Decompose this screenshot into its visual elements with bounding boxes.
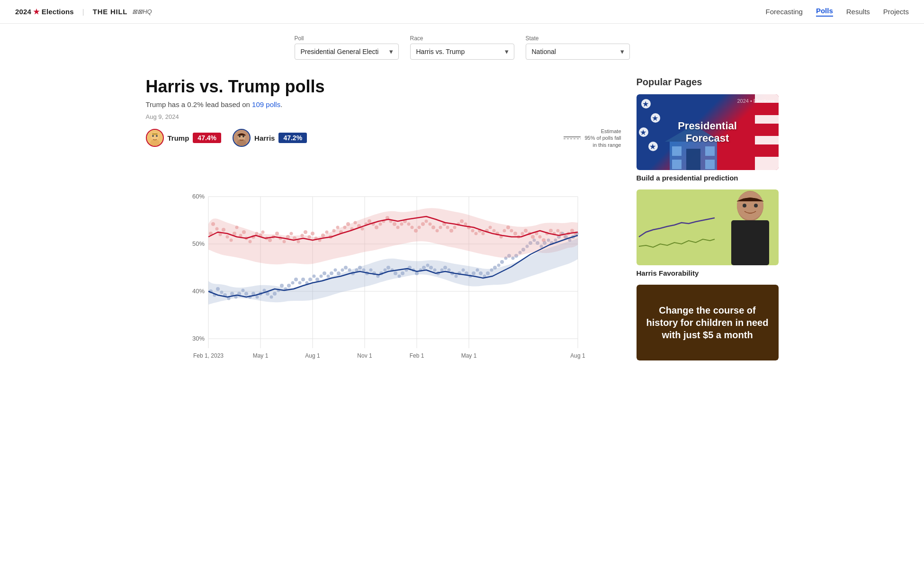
brand-star-icon: ★ xyxy=(33,8,39,16)
svg-text:Feb 1, 2023: Feb 1, 2023 xyxy=(193,352,223,359)
harris-avatar xyxy=(233,129,251,147)
svg-text:May 1: May 1 xyxy=(252,352,268,359)
svg-rect-5 xyxy=(152,133,158,135)
card3-background: Change the course of history for childre… xyxy=(637,285,779,360)
poll-filter-select[interactable]: Presidential General Electi xyxy=(295,44,399,60)
page-title: Harris vs. Trump polls xyxy=(146,77,621,97)
svg-point-161 xyxy=(291,281,294,284)
change-course-card[interactable]: Change the course of history for childre… xyxy=(637,285,779,360)
range-label: 95% of polls fallin this range xyxy=(584,135,621,148)
svg-rect-264 xyxy=(637,189,717,265)
svg-point-167 xyxy=(312,274,315,278)
state-filter-group: State National xyxy=(526,35,630,60)
svg-point-175 xyxy=(341,268,344,271)
main-content: Harris vs. Trump polls Trump has a 0.2% … xyxy=(131,67,794,387)
svg-rect-255 xyxy=(755,146,779,155)
svg-point-173 xyxy=(333,268,337,271)
trump-legend: Trump 47.4% xyxy=(146,129,222,147)
svg-text:60%: 60% xyxy=(192,193,204,200)
main-nav: Forecasting Polls Results Projects xyxy=(766,7,909,17)
svg-point-176 xyxy=(344,266,348,270)
poll-filter-label: Poll xyxy=(295,35,399,42)
card2-background xyxy=(637,189,779,265)
svg-text:★: ★ xyxy=(642,100,649,108)
site-header: 2024 ★ Elections | THE HILL ⊠⊠HQ Forecas… xyxy=(0,0,924,24)
svg-text:40%: 40% xyxy=(192,288,204,295)
svg-text:May 1: May 1 xyxy=(461,352,476,359)
estimate-solid-line xyxy=(564,136,581,137)
svg-rect-263 xyxy=(705,160,715,169)
brand-elections-text: Elections xyxy=(39,8,73,16)
nav-polls[interactable]: Polls xyxy=(816,7,833,17)
harris-percentage: 47.2% xyxy=(278,133,307,143)
poll-filter-group: Poll Presidential General Electi xyxy=(295,35,399,60)
svg-rect-250 xyxy=(755,94,779,103)
trump-percentage: 47.4% xyxy=(193,133,221,143)
svg-point-3 xyxy=(152,135,154,137)
card2-person-svg xyxy=(722,189,779,265)
svg-point-162 xyxy=(294,278,298,281)
chart-wrapper: 60% 50% 40% 30% Feb 1, 2023 May 1 Aug 1 … xyxy=(146,154,621,364)
state-filter-label: State xyxy=(526,35,630,42)
nav-forecasting[interactable]: Forecasting xyxy=(766,8,803,16)
card3-text: Change the course of history for childre… xyxy=(644,304,771,341)
harris-favorability-label: Harris Favorability xyxy=(637,269,779,277)
card1-background: 2024 • Elections ★ ★ ★ ★ xyxy=(637,94,779,170)
brand-year: 2024 xyxy=(15,8,33,16)
brand-elections-label: 2024 ★ Elections xyxy=(15,8,74,16)
race-filter-select[interactable]: Harris vs. Trump xyxy=(410,44,514,60)
race-filter-wrapper: Harris vs. Trump xyxy=(410,44,514,60)
svg-rect-256 xyxy=(755,157,779,170)
svg-rect-261 xyxy=(705,146,715,156)
estimate-text: Estimate 95% of polls fallin this range xyxy=(584,128,621,148)
svg-point-219 xyxy=(497,263,500,267)
svg-point-9 xyxy=(239,135,241,137)
svg-rect-259 xyxy=(686,149,700,170)
svg-text:★: ★ xyxy=(652,114,658,122)
estimate-dashed-line xyxy=(564,138,581,139)
svg-point-269 xyxy=(754,204,758,207)
harris-name: Harris xyxy=(254,134,275,142)
harris-favorability-card[interactable]: Harris Favorability xyxy=(637,189,779,277)
subtitle: Trump has a 0.2% lead based on 109 polls… xyxy=(146,100,621,108)
harris-favorability-image xyxy=(637,189,779,265)
card1-stars-graphic: ★ ★ ★ ★ xyxy=(637,94,665,161)
svg-point-10 xyxy=(242,135,244,137)
svg-text:Aug 1: Aug 1 xyxy=(305,352,320,359)
svg-point-63 xyxy=(311,232,314,235)
svg-point-166 xyxy=(308,278,312,281)
subtitle-end: . xyxy=(280,100,282,108)
state-filter-wrapper: National xyxy=(526,44,630,60)
svg-point-4 xyxy=(156,135,158,137)
svg-rect-266 xyxy=(731,220,769,265)
presidential-forecast-card[interactable]: 2024 • Elections ★ ★ ★ ★ xyxy=(637,94,779,182)
trump-avatar xyxy=(146,129,164,147)
nav-projects[interactable]: Projects xyxy=(883,8,909,16)
svg-text:★: ★ xyxy=(649,143,656,151)
estimate-line-visual xyxy=(564,136,581,139)
svg-text:★: ★ xyxy=(640,128,646,136)
svg-text:30%: 30% xyxy=(192,335,204,342)
nav-results[interactable]: Results xyxy=(846,8,870,16)
svg-text:50%: 50% xyxy=(192,240,204,247)
svg-rect-253 xyxy=(755,126,779,134)
svg-point-170 xyxy=(323,271,326,275)
svg-rect-254 xyxy=(755,136,779,144)
subtitle-text: Trump has a 0.2% lead based on xyxy=(146,100,252,108)
polls-link[interactable]: 109 polls xyxy=(252,100,280,108)
svg-rect-251 xyxy=(755,105,779,113)
svg-point-49 xyxy=(261,230,264,234)
svg-point-164 xyxy=(301,278,305,281)
brand-divider: | xyxy=(82,8,84,16)
date-label: Aug 9, 2024 xyxy=(146,113,621,120)
svg-point-160 xyxy=(287,284,291,288)
svg-rect-260 xyxy=(672,146,682,156)
presidential-forecast-label: Build a presidential prediction xyxy=(637,174,779,182)
poll-filter-wrapper: Presidential General Electi xyxy=(295,44,399,60)
svg-point-220 xyxy=(500,260,504,264)
chart-legend: Trump 47.4% Harris 47.2% xyxy=(146,128,621,148)
svg-rect-262 xyxy=(672,160,682,169)
brand-the-hill: THE HILL xyxy=(93,8,128,16)
filter-bar: Poll Presidential General Electi Race Ha… xyxy=(0,24,924,67)
state-filter-select[interactable]: National xyxy=(526,44,630,60)
